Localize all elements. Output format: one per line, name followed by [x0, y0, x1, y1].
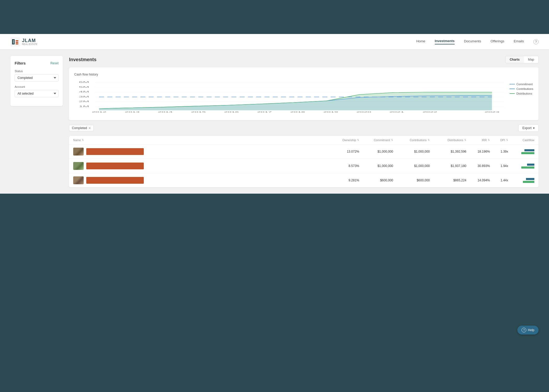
svg-text:2015: 2015 [191, 111, 205, 113]
th-commitment[interactable]: Commitment ⇅ [359, 139, 393, 142]
th-dpi-sort-icon: ⇅ [506, 139, 508, 141]
distributions-1: $1,392,596 [430, 150, 466, 153]
investments-title: Investments [69, 57, 96, 62]
table-row[interactable]: 9.281% $600,000 $600,000 $865,224 14.094… [69, 173, 539, 187]
cashflow-1 [508, 149, 534, 154]
cf-contrib-bar-2 [527, 164, 534, 166]
account-filter-select[interactable]: All selected [15, 90, 59, 97]
charts-view-button[interactable]: Charts [506, 56, 524, 63]
account-filter-section: Account All selected [15, 85, 59, 101]
contributions-2: $1,000,000 [393, 164, 430, 168]
contributions-line-icon [510, 89, 515, 89]
investment-bar-1 [86, 148, 144, 155]
investment-bar-wrapper-2 [86, 163, 328, 169]
contributions-label: Contributions [516, 87, 533, 90]
th-cashflow[interactable]: Cashflow [508, 139, 534, 142]
investment-thumb-1 [73, 148, 84, 155]
nav-investments[interactable]: Investments [435, 39, 455, 44]
svg-marker-21 [99, 95, 492, 110]
svg-text:1M: 1M [79, 105, 89, 107]
commitment-line-icon [510, 84, 515, 84]
help-nav-icon[interactable]: ? [533, 39, 539, 44]
logo-text: JLAM [22, 38, 36, 43]
distributions-line-icon [510, 93, 515, 94]
table-row[interactable]: 13.072% $1,000,000 $1,000,000 $1,392,596… [69, 145, 539, 159]
th-dpi-label: DPI [500, 139, 505, 142]
th-ownership-label: Ownership [342, 139, 356, 142]
cashflow-3 [508, 178, 534, 183]
chart-title: Cash flow history [74, 73, 533, 76]
status-filter-select[interactable]: Completed Active Pending [15, 74, 59, 82]
nav-emails[interactable]: Emails [514, 39, 524, 44]
filter-tags-row: Completed × Export ▾ [69, 124, 539, 132]
th-contributions-sort-icon: ⇅ [428, 139, 430, 141]
svg-text:2020: 2020 [356, 111, 371, 113]
th-irr-label: IRR [482, 139, 487, 142]
svg-text:3M: 3M [79, 95, 89, 98]
svg-text:2014: 2014 [158, 111, 173, 113]
commitment-1: $1,000,000 [359, 150, 393, 153]
nav-offerings[interactable]: Offerings [490, 39, 504, 44]
investment-thumb-3 [73, 176, 84, 184]
cf-contrib-bar-1 [524, 149, 534, 151]
th-distributions-sort-icon: ⇅ [464, 139, 466, 141]
investments-header: Investments Charts Map [69, 56, 539, 63]
svg-rect-3 [12, 39, 15, 40]
reset-link[interactable]: Reset [50, 61, 59, 65]
export-chevron-icon: ▾ [533, 126, 535, 130]
cf-distrib-bar-1 [521, 152, 534, 154]
svg-text:2012: 2012 [92, 111, 106, 113]
commitment-label: Commitment [516, 83, 533, 86]
th-irr-sort-icon: ⇅ [488, 139, 490, 141]
svg-text:2M: 2M [79, 100, 89, 103]
svg-text:6M: 6M [79, 81, 89, 83]
chart-panel: Cash flow history 6M 5M 4M 3M 2M 1M [69, 67, 539, 120]
svg-rect-7 [16, 43, 18, 44]
th-cashflow-label: Cashflow [523, 139, 534, 142]
th-distributions[interactable]: Distributions ⇅ [430, 139, 466, 142]
svg-text:2018: 2018 [290, 111, 305, 113]
dpi-3: 1.44x [490, 178, 508, 182]
th-commitment-label: Commitment [374, 139, 390, 142]
th-irr[interactable]: IRR ⇅ [466, 139, 490, 142]
investment-name-cell-1 [73, 148, 328, 155]
help-fab-button[interactable]: ? Help [517, 326, 539, 335]
distributions-2: $1,937,180 [430, 164, 466, 168]
investments-table: Name ⇅ Ownership ⇅ Commitment ⇅ Contribu… [69, 136, 539, 187]
help-fab-label: Help [528, 328, 534, 332]
cashflow-2 [508, 164, 534, 169]
th-name-label: Name [73, 139, 81, 142]
nav-home[interactable]: Home [416, 39, 425, 44]
irr-1: 18.196% [466, 150, 490, 153]
tags-left: Completed × [69, 125, 94, 131]
contributions-1: $1,000,000 [393, 150, 430, 153]
th-name[interactable]: Name ⇅ [73, 139, 328, 142]
investment-bar-wrapper-1 [86, 148, 328, 155]
account-filter-label: Account [15, 85, 59, 88]
dpi-1: 1.39x [490, 150, 508, 153]
nav-documents[interactable]: Documents [464, 39, 481, 44]
th-ownership-sort-icon: ⇅ [357, 139, 359, 141]
distributions-label: Distributions [516, 92, 532, 95]
svg-rect-6 [16, 42, 18, 43]
th-contributions[interactable]: Contributions ⇅ [393, 139, 430, 142]
completed-tag-remove[interactable]: × [89, 126, 91, 130]
ownership-3: 9.281% [328, 178, 359, 182]
export-button[interactable]: Export ▾ [518, 124, 539, 132]
table-row[interactable]: 8.573% $1,000,000 $1,000,000 $1,937,180 … [69, 159, 539, 173]
cash-flow-chart: 6M 5M 4M 3M 2M 1M [74, 80, 504, 114]
svg-text:2022: 2022 [422, 111, 437, 113]
commitment-2: $1,000,000 [359, 164, 393, 168]
svg-rect-5 [16, 40, 18, 41]
svg-text:2013: 2013 [125, 111, 139, 113]
ownership-1: 13.072% [328, 150, 359, 153]
top-bar [0, 0, 549, 34]
map-view-button[interactable]: Map [524, 56, 538, 63]
th-dpi[interactable]: DPI ⇅ [490, 139, 508, 142]
irr-3: 14.094% [466, 178, 490, 182]
logo-area: JLAM REAL ESTATE [10, 37, 37, 47]
help-circle-icon: ? [522, 328, 526, 332]
svg-text:2019: 2019 [323, 111, 338, 113]
th-ownership[interactable]: Ownership ⇅ [328, 139, 359, 142]
contributions-3: $600,000 [393, 178, 430, 182]
